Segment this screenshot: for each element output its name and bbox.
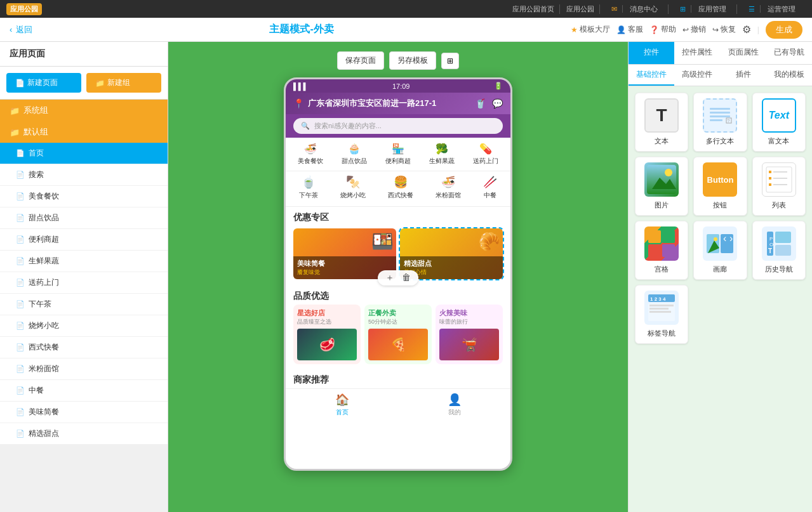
sidebar-item-zhongcan[interactable]: 📄 中餐 bbox=[0, 380, 168, 402]
quality-item-2[interactable]: 火辣美味 味蕾的旅行 🫕 bbox=[436, 305, 503, 364]
svg-rect-13 bbox=[773, 178, 787, 179]
back-label: 返回 bbox=[16, 24, 32, 36]
widget-richtext[interactable]: Text 富文本 bbox=[752, 93, 806, 152]
cat-songyao[interactable]: 💊 送药上门 bbox=[473, 143, 498, 166]
msg-label: 消息中心 bbox=[625, 5, 663, 13]
home-nav-icon: 🏠 bbox=[335, 393, 349, 407]
tab-page-props[interactable]: 页面属性 bbox=[721, 42, 766, 64]
widget-gallery[interactable]: ‹ › 画廊 bbox=[693, 221, 747, 280]
quality-sub-2: 味蕾的旅行 bbox=[439, 318, 499, 326]
sidebar-item-songyao[interactable]: 📄 送药上门 bbox=[0, 272, 168, 294]
sidebar-item-tiandian[interactable]: 📄 甜点饮品 bbox=[0, 207, 168, 229]
bottom-nav-home[interactable]: 🏠 首页 bbox=[286, 393, 398, 417]
sidebar-group-default[interactable]: 📁 默认组 bbox=[0, 121, 168, 143]
redo-link[interactable]: ↪ 恢复 bbox=[712, 24, 736, 35]
sidebar-item-meishi[interactable]: 📄 美食餐饮 bbox=[0, 186, 168, 207]
histnav-widget-label: 历史导航 bbox=[765, 265, 793, 274]
sidebar-item-mifen[interactable]: 📄 米粉面馆 bbox=[0, 358, 168, 380]
address-display: 广东省深圳市宝安区前进一路217-1 bbox=[308, 98, 436, 109]
tab-nav[interactable]: 已有导航 bbox=[766, 42, 812, 64]
quality-item-0[interactable]: 星选好店 品质臻至之选 🥩 bbox=[293, 305, 361, 364]
bottom-nav-mine[interactable]: 👤 我的 bbox=[398, 393, 510, 417]
item-home-label: 首页 bbox=[29, 148, 44, 159]
subtab-mytemplate[interactable]: 我的模板 bbox=[766, 65, 812, 86]
tab-widgets[interactable]: 控件 bbox=[629, 42, 674, 64]
cat-tiandian[interactable]: 🧁 甜点饮品 bbox=[342, 143, 367, 166]
help-link[interactable]: ❓ 帮助 bbox=[649, 24, 676, 35]
sidebar-item-xishi[interactable]: 📄 西式快餐 bbox=[0, 337, 168, 358]
widget-list[interactable]: 列表 bbox=[752, 157, 806, 216]
mine-nav-icon: 👤 bbox=[448, 393, 462, 407]
phone-search-bar: 🔍 搜索ni感兴趣的内容... bbox=[286, 114, 510, 138]
sidebar-item-bianli[interactable]: 📄 便利商超 bbox=[0, 229, 168, 251]
cat-shengxian[interactable]: 🥦 生鲜果蔬 bbox=[429, 143, 455, 166]
save-template-button[interactable]: 另存模板 bbox=[389, 51, 436, 70]
cat-xishi[interactable]: 🍔 西式快餐 bbox=[388, 175, 413, 200]
customer-service-link[interactable]: 👤 客服 bbox=[616, 24, 643, 35]
cat-zhongcan[interactable]: 🥢 中餐 bbox=[483, 175, 497, 200]
tabnav-widget-icon: 1 2 3 4 bbox=[644, 291, 679, 325]
nav-link-park[interactable]: 应用公园 bbox=[561, 4, 600, 14]
sidebar-item-home[interactable]: 📄 首页 bbox=[0, 143, 168, 164]
page-icon-jingxuan: 📄 bbox=[16, 430, 25, 438]
location-icon: 📍 bbox=[293, 98, 304, 108]
page-icon-songyao: 📄 bbox=[16, 279, 25, 287]
button-widget-label: 按钮 bbox=[713, 200, 727, 210]
canvas-expand-icon[interactable]: ⊞ bbox=[441, 53, 459, 69]
settings-icon[interactable]: ⚙ bbox=[742, 23, 751, 36]
new-group-button[interactable]: 📁 新建组 bbox=[86, 73, 161, 93]
new-group-icon: 📁 bbox=[95, 79, 105, 88]
widget-multitext[interactable]: ? 多行文本 bbox=[693, 93, 747, 152]
generate-button[interactable]: 生成 bbox=[766, 21, 802, 39]
subtab-plugins[interactable]: 插件 bbox=[721, 65, 766, 86]
widget-image[interactable]: 图片 bbox=[635, 157, 688, 216]
tab-widget-props[interactable]: 控件属性 bbox=[674, 42, 720, 64]
sidebar-header: 应用页面 bbox=[0, 42, 168, 67]
nav-link-appmanage[interactable]: ⊞ 应用管理 bbox=[670, 4, 737, 14]
nav-link-operations[interactable]: ☰ 运营管理 bbox=[738, 4, 806, 14]
widget-button[interactable]: Button 按钮 bbox=[693, 157, 747, 216]
quality-item-1[interactable]: 正餐外卖 50分钟必达 🍕 bbox=[364, 305, 432, 364]
promo-area: 美味简餐 餍复味觉 🍱 精选甜点 美好心情 bbox=[286, 226, 510, 284]
new-page-button[interactable]: 📄 新建页面 bbox=[6, 73, 81, 93]
page-icon: 📄 bbox=[16, 149, 25, 157]
sidebar-item-shaokao[interactable]: 📄 烧烤小吃 bbox=[0, 315, 168, 337]
sidebar-item-shengxian[interactable]: 📄 生鲜果蔬 bbox=[0, 251, 168, 272]
cat-meishi[interactable]: 🍜 美食餐饮 bbox=[298, 143, 323, 166]
undo-link[interactable]: ↩ 撤销 bbox=[682, 24, 706, 35]
widget-text[interactable]: T 文本 bbox=[635, 93, 688, 152]
sidebar-item-search[interactable]: 📄 搜索 bbox=[0, 164, 168, 186]
nav-link-home[interactable]: 应用公园首页 bbox=[507, 4, 560, 14]
undo-label: 撤销 bbox=[691, 24, 706, 35]
widget-histnav[interactable]: T O P 历史导航 bbox=[752, 221, 806, 280]
toolbar-back[interactable]: ‹ 返回 bbox=[10, 24, 32, 36]
operations-label: 运营管理 bbox=[762, 5, 801, 13]
widget-grid-item[interactable]: 宫格 bbox=[635, 221, 688, 280]
subtab-advanced[interactable]: 高级控件 bbox=[674, 65, 720, 86]
item-jingxuan-label: 精选甜点 bbox=[29, 428, 59, 439]
quality-img-2: 🫕 bbox=[439, 329, 499, 360]
time-display: 17:09 bbox=[392, 82, 410, 90]
subtab-basic[interactable]: 基础控件 bbox=[629, 65, 674, 86]
promo-emoji-1: 🥐 bbox=[478, 231, 500, 252]
cat-shaokao[interactable]: 🍢 烧烤小吃 bbox=[340, 175, 366, 200]
cat-xiawucha[interactable]: 🍵 下午茶 bbox=[299, 175, 318, 200]
home-nav-label: 首页 bbox=[336, 408, 349, 417]
sidebar-item-meijian[interactable]: 📄 美味简餐 bbox=[0, 402, 168, 423]
promo-emoji-0: 🍱 bbox=[371, 231, 394, 252]
template-hall-link[interactable]: ★ 模板大厅 bbox=[571, 24, 610, 35]
promo-add-icon[interactable]: ＋ bbox=[385, 272, 394, 284]
nav-link-msg[interactable]: ✉ 消息中心 bbox=[601, 4, 669, 14]
cat-mifen[interactable]: 🍜 米粉面馆 bbox=[436, 175, 461, 200]
person-icon: 👤 bbox=[616, 25, 626, 34]
svg-rect-40 bbox=[649, 311, 671, 313]
promo-delete-icon[interactable]: 🗑 bbox=[402, 272, 411, 284]
search-input[interactable]: 🔍 搜索ni感兴趣的内容... bbox=[293, 118, 503, 134]
widget-tabnav[interactable]: 1 2 3 4 标签导航 bbox=[635, 285, 688, 344]
sidebar-group-system[interactable]: 📁 系统组 bbox=[0, 100, 168, 121]
cat-bianli[interactable]: 🏪 便利商超 bbox=[385, 143, 411, 166]
sidebar-item-xiawucha[interactable]: 📄 下午茶 bbox=[0, 294, 168, 315]
right-panel-tabs: 控件 控件属性 页面属性 已有导航 bbox=[629, 42, 812, 65]
sidebar-item-jingxuan[interactable]: 📄 精选甜点 bbox=[0, 423, 168, 445]
save-page-button[interactable]: 保存页面 bbox=[337, 51, 384, 70]
